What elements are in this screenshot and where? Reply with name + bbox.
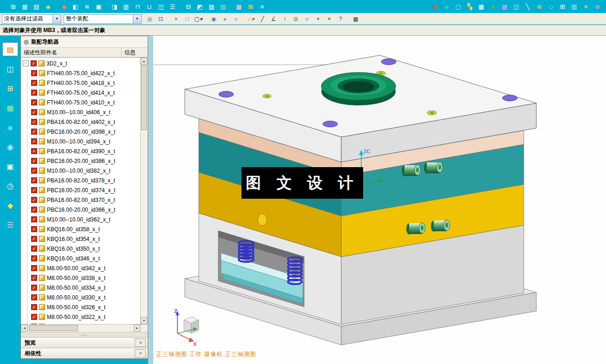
mold-3d-model[interactable]: ZC Z X	[153, 36, 606, 364]
hide-object-icon[interactable]: ◩	[194, 1, 206, 12]
show-object-icon[interactable]: ▨	[206, 1, 217, 12]
stop-icon[interactable]: ⊘	[592, 1, 603, 12]
curve-analysis-icon[interactable]: ≋	[81, 1, 93, 12]
horizontal-scroll-thumb[interactable]	[29, 325, 78, 331]
selection-scope-combo[interactable]: 整个装配 ▼	[64, 14, 142, 24]
component-checkbox[interactable]: ✓	[31, 285, 37, 291]
vertical-scroll-thumb[interactable]	[141, 65, 147, 130]
snap-point-icon-dropdown-caret[interactable]: ▾	[252, 16, 254, 22]
scroll-right-icon[interactable]: ►	[134, 325, 141, 332]
component-checkbox[interactable]: ✓	[31, 294, 37, 300]
component-checkbox[interactable]: ✓	[31, 90, 37, 96]
window-cascade-icon[interactable]: ⊞	[7, 1, 19, 12]
snap-help-icon[interactable]: ?	[335, 14, 346, 24]
new-window-icon[interactable]: ⊞	[557, 1, 568, 12]
edit-background-icon[interactable]: ▧	[217, 1, 229, 12]
tree-item[interactable]: ✓PBA16.00-82.00_id390_x_t	[27, 146, 141, 156]
component-checkbox[interactable]: ✓	[31, 314, 37, 320]
scroll-up-icon[interactable]: ▲	[141, 58, 147, 65]
component-checkbox[interactable]: ✓	[31, 207, 37, 213]
measure-icon[interactable]: ◆	[441, 1, 452, 12]
assembly-navigator-tab-icon[interactable]: ▤	[2, 42, 18, 56]
information-tab-icon[interactable]: ◉	[2, 140, 18, 154]
material-icon[interactable]: ■	[487, 1, 499, 12]
preferences-icon[interactable]: ≡	[580, 1, 592, 12]
rotate-view-icon[interactable]: ⊓	[132, 1, 143, 12]
tree-item[interactable]: ✓KBQ16.00_id346_x_t	[27, 254, 141, 263]
collapse-icon[interactable]: −	[23, 60, 29, 66]
component-checkbox[interactable]: ✓	[31, 304, 37, 310]
component-checkbox[interactable]: ✓	[31, 129, 37, 135]
dependencies-expand-icon[interactable]: «	[135, 349, 146, 358]
history-tab-icon[interactable]: ◷	[2, 179, 18, 193]
existing-point-snap-icon[interactable]: ×	[324, 14, 335, 24]
fullscreen-icon[interactable]: ≡	[256, 1, 268, 12]
view-orient-icon[interactable]: ◈	[42, 1, 54, 12]
tree-item[interactable]: ✓PBA16.00-82.00_id378_x_t	[27, 176, 141, 185]
visibility-icon[interactable]: ⊟	[182, 1, 194, 12]
selection-filter-combo[interactable]: 没有选择过滤器 ▼	[2, 14, 61, 24]
tree-item[interactable]: ✓KBQ16.00_id354_x_t	[27, 234, 141, 244]
pattern-icon[interactable]: ▚	[464, 1, 476, 12]
tree-horizontal-scrollbar[interactable]: ◄ ►	[21, 324, 148, 332]
tree-item[interactable]: ✓M8.00-50.00_id342_x_t	[27, 263, 141, 273]
column-header-name[interactable]: 描述性部件名	[21, 48, 122, 57]
part-navigator-tab-icon[interactable]: ⊞	[2, 81, 18, 95]
component-checkbox[interactable]: ✓	[31, 119, 37, 125]
tree-item[interactable]: ✓KBQ16.00_id358_x_t	[27, 224, 141, 234]
zoom-view-icon[interactable]: ▥	[120, 1, 132, 12]
rectangle-select-icon[interactable]: ▢▾	[193, 14, 204, 24]
wireframe-view-icon[interactable]: ○	[230, 14, 241, 24]
endpoint-snap-icon[interactable]: ╱	[257, 14, 268, 24]
display-mode-icon[interactable]: ◆	[58, 1, 70, 12]
layer-settings-icon[interactable]: ▤	[31, 1, 42, 12]
component-checkbox[interactable]: ✓	[31, 168, 37, 174]
component-checkbox[interactable]: ✓	[31, 99, 37, 105]
tree-item[interactable]: ✓M10.00--10.00_id406_x_t	[27, 107, 141, 117]
selection-filter-dropdown-icon[interactable]: ▼	[52, 15, 61, 23]
grid-icon[interactable]: ▦	[350, 14, 361, 24]
component-checkbox[interactable]: ✓	[31, 109, 37, 115]
multi-select-icon[interactable]: ∷	[182, 14, 193, 24]
window-tile-icon[interactable]: ▦	[19, 1, 31, 12]
preview-tab-icon[interactable]: ▣	[2, 159, 18, 173]
component-checkbox[interactable]: ✓	[31, 275, 37, 281]
tree-item[interactable]: ✓FTH40.00-75.00_id422_x_t	[27, 68, 141, 78]
list-icon[interactable]: ▤	[568, 1, 580, 12]
component-checkbox[interactable]: ✓	[31, 265, 37, 271]
component-checkbox[interactable]: ✓	[31, 138, 37, 144]
tree-item[interactable]: ✓M8.00-50.00_id334_x_t	[27, 283, 141, 292]
view-triad[interactable]: Z X	[174, 308, 199, 347]
component-checkbox[interactable]: ✓	[31, 216, 37, 222]
shaded-view-icon[interactable]: ●	[219, 14, 230, 24]
tree-item[interactable]: ✓PBC16.00-20.00_id386_x_t	[27, 156, 141, 166]
intersection-snap-icon[interactable]: ⊙	[290, 14, 301, 24]
tree-item[interactable]: ✓PBC16.00-20.00_id366_x_t	[27, 205, 141, 214]
midpoint-snap-icon[interactable]: ∠	[268, 14, 279, 24]
display-window-icon[interactable]: ▢	[452, 1, 464, 12]
tree-item[interactable]: ✓M8.00-50.00_id322_x_t	[27, 312, 141, 322]
tree-item[interactable]: ✓PBC16.00-20.00_id398_x_t	[27, 127, 141, 136]
preview-expand-icon[interactable]: «	[135, 338, 146, 347]
reuse-library-tab-icon[interactable]: ▦	[2, 101, 18, 115]
touch-select-icon[interactable]: +	[170, 14, 182, 24]
tree-item[interactable]: ✓M10.00--10.00_id382_x_t	[27, 166, 141, 176]
tree-item[interactable]: ✓KBQ16.00_id350_x_t	[27, 244, 141, 254]
datum-icon[interactable]: ◇	[545, 1, 557, 12]
panel-splitter[interactable]: •••	[21, 332, 148, 337]
tree-root-item[interactable]: − ✓ 3D2_x_t	[23, 58, 141, 68]
panel-resize-gutter[interactable]	[148, 36, 153, 364]
quadrant-snap-icon[interactable]: +	[313, 14, 324, 24]
tree-item[interactable]: ✓M10.00--10.00_id394_x_t	[27, 136, 141, 146]
component-checkbox[interactable]: ✓	[31, 187, 37, 193]
component-checkbox[interactable]: ✓	[31, 255, 37, 261]
component-checkbox[interactable]: ✓	[31, 148, 37, 154]
pan-view-icon[interactable]: ◨	[109, 1, 120, 12]
tree-item[interactable]: ✓PBA16.00-82.00_id402_x_t	[27, 117, 141, 127]
component-checkbox[interactable]: ✓	[31, 226, 37, 232]
component-checkbox[interactable]: ✓	[31, 158, 37, 164]
constraint-navigator-tab-icon[interactable]: ◫	[2, 62, 18, 76]
snap-point-icon[interactable]: ∴▾	[246, 14, 257, 24]
component-checkbox[interactable]: ✓	[31, 60, 37, 66]
component-checkbox[interactable]: ✓	[31, 197, 37, 203]
